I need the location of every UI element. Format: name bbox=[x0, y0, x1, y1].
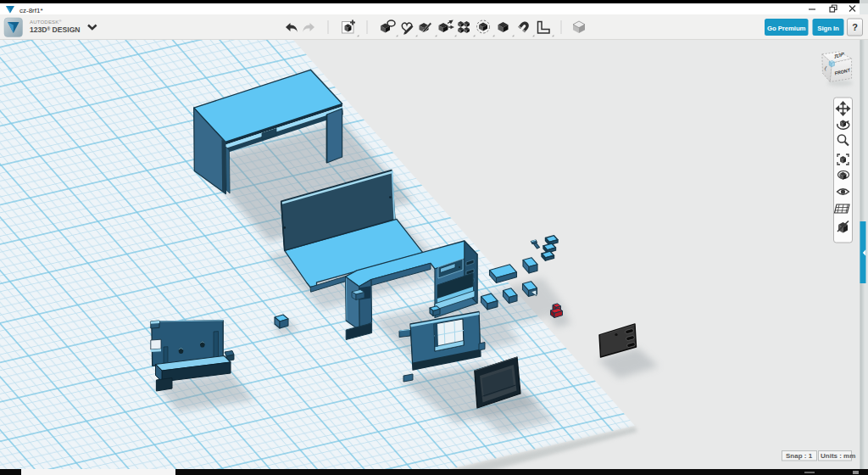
svg-text:Sign In: Sign In bbox=[817, 25, 839, 32]
svg-text:123D® DESIGN: 123D® DESIGN bbox=[30, 25, 81, 34]
svg-text:Units : mm: Units : mm bbox=[821, 452, 855, 460]
svg-text:Snap : 1: Snap : 1 bbox=[786, 452, 813, 460]
svg-text:Go Premium: Go Premium bbox=[767, 25, 806, 32]
svg-text:cz-8rf1*: cz-8rf1* bbox=[19, 7, 43, 14]
svg-text:AUTODESK®: AUTODESK® bbox=[30, 19, 62, 25]
svg-text:?: ? bbox=[852, 22, 858, 32]
